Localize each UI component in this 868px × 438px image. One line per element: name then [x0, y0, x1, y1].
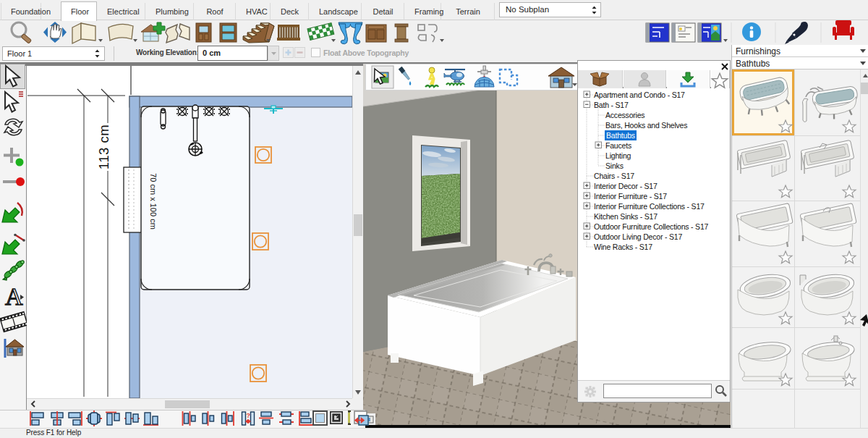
svg-text:70 cm x 100 cm: 70 cm x 100 cm	[149, 173, 158, 229]
svg-text:113 cm: 113 cm	[96, 125, 111, 169]
svg-text:?: ?	[247, 412, 251, 419]
